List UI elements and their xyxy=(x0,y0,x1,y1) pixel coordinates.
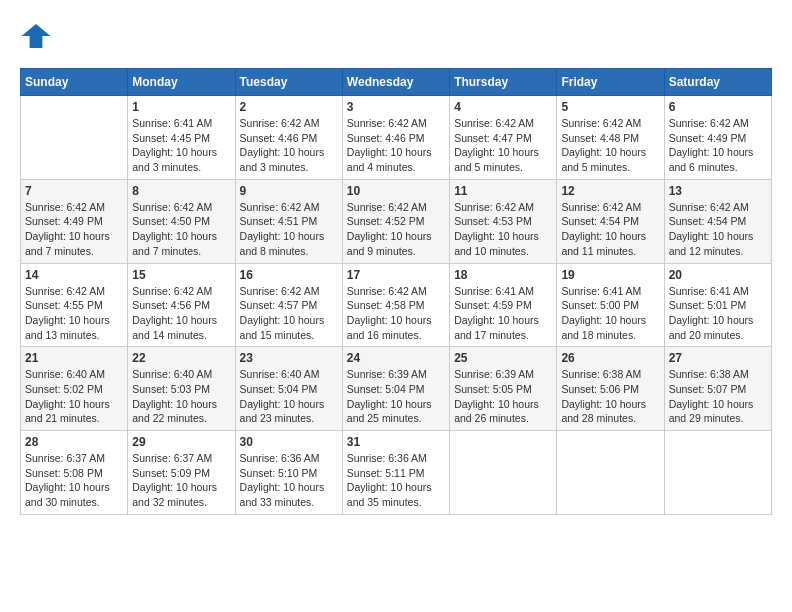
calendar-cell: 23Sunrise: 6:40 AMSunset: 5:04 PMDayligh… xyxy=(235,347,342,431)
weekday-header-wednesday: Wednesday xyxy=(342,69,449,96)
day-info: Sunrise: 6:38 AMSunset: 5:06 PMDaylight:… xyxy=(561,367,659,426)
day-number: 8 xyxy=(132,184,230,198)
weekday-header-sunday: Sunday xyxy=(21,69,128,96)
day-number: 16 xyxy=(240,268,338,282)
calendar-cell xyxy=(664,431,771,515)
calendar-cell: 15Sunrise: 6:42 AMSunset: 4:56 PMDayligh… xyxy=(128,263,235,347)
day-number: 27 xyxy=(669,351,767,365)
day-number: 21 xyxy=(25,351,123,365)
day-info: Sunrise: 6:42 AMSunset: 4:49 PMDaylight:… xyxy=(669,116,767,175)
day-info: Sunrise: 6:42 AMSunset: 4:52 PMDaylight:… xyxy=(347,200,445,259)
day-info: Sunrise: 6:42 AMSunset: 4:58 PMDaylight:… xyxy=(347,284,445,343)
day-number: 24 xyxy=(347,351,445,365)
weekday-header-tuesday: Tuesday xyxy=(235,69,342,96)
calendar-cell: 8Sunrise: 6:42 AMSunset: 4:50 PMDaylight… xyxy=(128,179,235,263)
day-info: Sunrise: 6:41 AMSunset: 5:00 PMDaylight:… xyxy=(561,284,659,343)
day-number: 11 xyxy=(454,184,552,198)
day-number: 20 xyxy=(669,268,767,282)
calendar-cell: 4Sunrise: 6:42 AMSunset: 4:47 PMDaylight… xyxy=(450,96,557,180)
calendar-week-row: 7Sunrise: 6:42 AMSunset: 4:49 PMDaylight… xyxy=(21,179,772,263)
day-number: 4 xyxy=(454,100,552,114)
day-info: Sunrise: 6:39 AMSunset: 5:04 PMDaylight:… xyxy=(347,367,445,426)
day-number: 28 xyxy=(25,435,123,449)
weekday-header-saturday: Saturday xyxy=(664,69,771,96)
day-info: Sunrise: 6:39 AMSunset: 5:05 PMDaylight:… xyxy=(454,367,552,426)
day-info: Sunrise: 6:42 AMSunset: 4:54 PMDaylight:… xyxy=(561,200,659,259)
calendar-cell xyxy=(557,431,664,515)
day-number: 7 xyxy=(25,184,123,198)
calendar-week-row: 14Sunrise: 6:42 AMSunset: 4:55 PMDayligh… xyxy=(21,263,772,347)
day-number: 5 xyxy=(561,100,659,114)
day-info: Sunrise: 6:42 AMSunset: 4:57 PMDaylight:… xyxy=(240,284,338,343)
calendar-cell xyxy=(450,431,557,515)
calendar-week-row: 1Sunrise: 6:41 AMSunset: 4:45 PMDaylight… xyxy=(21,96,772,180)
svg-marker-0 xyxy=(22,24,51,48)
calendar-cell: 21Sunrise: 6:40 AMSunset: 5:02 PMDayligh… xyxy=(21,347,128,431)
calendar-cell: 12Sunrise: 6:42 AMSunset: 4:54 PMDayligh… xyxy=(557,179,664,263)
calendar-cell: 10Sunrise: 6:42 AMSunset: 4:52 PMDayligh… xyxy=(342,179,449,263)
calendar-cell: 27Sunrise: 6:38 AMSunset: 5:07 PMDayligh… xyxy=(664,347,771,431)
calendar-cell: 7Sunrise: 6:42 AMSunset: 4:49 PMDaylight… xyxy=(21,179,128,263)
day-number: 22 xyxy=(132,351,230,365)
day-info: Sunrise: 6:42 AMSunset: 4:50 PMDaylight:… xyxy=(132,200,230,259)
weekday-header-row: SundayMondayTuesdayWednesdayThursdayFrid… xyxy=(21,69,772,96)
calendar-cell: 28Sunrise: 6:37 AMSunset: 5:08 PMDayligh… xyxy=(21,431,128,515)
calendar-cell: 16Sunrise: 6:42 AMSunset: 4:57 PMDayligh… xyxy=(235,263,342,347)
calendar-week-row: 21Sunrise: 6:40 AMSunset: 5:02 PMDayligh… xyxy=(21,347,772,431)
day-number: 19 xyxy=(561,268,659,282)
logo xyxy=(20,20,56,52)
day-number: 15 xyxy=(132,268,230,282)
day-info: Sunrise: 6:42 AMSunset: 4:55 PMDaylight:… xyxy=(25,284,123,343)
calendar-cell: 17Sunrise: 6:42 AMSunset: 4:58 PMDayligh… xyxy=(342,263,449,347)
day-number: 6 xyxy=(669,100,767,114)
calendar-cell: 2Sunrise: 6:42 AMSunset: 4:46 PMDaylight… xyxy=(235,96,342,180)
calendar-cell: 6Sunrise: 6:42 AMSunset: 4:49 PMDaylight… xyxy=(664,96,771,180)
calendar-cell: 11Sunrise: 6:42 AMSunset: 4:53 PMDayligh… xyxy=(450,179,557,263)
day-info: Sunrise: 6:42 AMSunset: 4:54 PMDaylight:… xyxy=(669,200,767,259)
calendar-cell: 5Sunrise: 6:42 AMSunset: 4:48 PMDaylight… xyxy=(557,96,664,180)
day-info: Sunrise: 6:41 AMSunset: 4:59 PMDaylight:… xyxy=(454,284,552,343)
calendar-cell: 25Sunrise: 6:39 AMSunset: 5:05 PMDayligh… xyxy=(450,347,557,431)
calendar-cell: 31Sunrise: 6:36 AMSunset: 5:11 PMDayligh… xyxy=(342,431,449,515)
calendar-cell: 24Sunrise: 6:39 AMSunset: 5:04 PMDayligh… xyxy=(342,347,449,431)
day-number: 9 xyxy=(240,184,338,198)
calendar-cell: 30Sunrise: 6:36 AMSunset: 5:10 PMDayligh… xyxy=(235,431,342,515)
day-info: Sunrise: 6:36 AMSunset: 5:10 PMDaylight:… xyxy=(240,451,338,510)
weekday-header-monday: Monday xyxy=(128,69,235,96)
day-info: Sunrise: 6:42 AMSunset: 4:48 PMDaylight:… xyxy=(561,116,659,175)
day-number: 2 xyxy=(240,100,338,114)
logo-icon xyxy=(20,20,52,52)
weekday-header-friday: Friday xyxy=(557,69,664,96)
calendar-cell: 18Sunrise: 6:41 AMSunset: 4:59 PMDayligh… xyxy=(450,263,557,347)
day-info: Sunrise: 6:42 AMSunset: 4:47 PMDaylight:… xyxy=(454,116,552,175)
day-info: Sunrise: 6:40 AMSunset: 5:04 PMDaylight:… xyxy=(240,367,338,426)
day-number: 26 xyxy=(561,351,659,365)
day-info: Sunrise: 6:41 AMSunset: 4:45 PMDaylight:… xyxy=(132,116,230,175)
day-number: 10 xyxy=(347,184,445,198)
calendar-cell: 1Sunrise: 6:41 AMSunset: 4:45 PMDaylight… xyxy=(128,96,235,180)
day-info: Sunrise: 6:42 AMSunset: 4:49 PMDaylight:… xyxy=(25,200,123,259)
calendar-cell: 20Sunrise: 6:41 AMSunset: 5:01 PMDayligh… xyxy=(664,263,771,347)
day-info: Sunrise: 6:38 AMSunset: 5:07 PMDaylight:… xyxy=(669,367,767,426)
calendar-cell: 3Sunrise: 6:42 AMSunset: 4:46 PMDaylight… xyxy=(342,96,449,180)
calendar-cell xyxy=(21,96,128,180)
day-info: Sunrise: 6:42 AMSunset: 4:56 PMDaylight:… xyxy=(132,284,230,343)
calendar-cell: 14Sunrise: 6:42 AMSunset: 4:55 PMDayligh… xyxy=(21,263,128,347)
day-number: 1 xyxy=(132,100,230,114)
calendar-cell: 13Sunrise: 6:42 AMSunset: 4:54 PMDayligh… xyxy=(664,179,771,263)
day-info: Sunrise: 6:42 AMSunset: 4:51 PMDaylight:… xyxy=(240,200,338,259)
day-number: 23 xyxy=(240,351,338,365)
day-number: 13 xyxy=(669,184,767,198)
day-number: 25 xyxy=(454,351,552,365)
calendar-cell: 26Sunrise: 6:38 AMSunset: 5:06 PMDayligh… xyxy=(557,347,664,431)
day-number: 31 xyxy=(347,435,445,449)
day-info: Sunrise: 6:40 AMSunset: 5:03 PMDaylight:… xyxy=(132,367,230,426)
calendar-cell: 9Sunrise: 6:42 AMSunset: 4:51 PMDaylight… xyxy=(235,179,342,263)
day-number: 3 xyxy=(347,100,445,114)
day-info: Sunrise: 6:37 AMSunset: 5:08 PMDaylight:… xyxy=(25,451,123,510)
weekday-header-thursday: Thursday xyxy=(450,69,557,96)
day-info: Sunrise: 6:42 AMSunset: 4:46 PMDaylight:… xyxy=(347,116,445,175)
day-info: Sunrise: 6:40 AMSunset: 5:02 PMDaylight:… xyxy=(25,367,123,426)
calendar-cell: 19Sunrise: 6:41 AMSunset: 5:00 PMDayligh… xyxy=(557,263,664,347)
day-number: 17 xyxy=(347,268,445,282)
